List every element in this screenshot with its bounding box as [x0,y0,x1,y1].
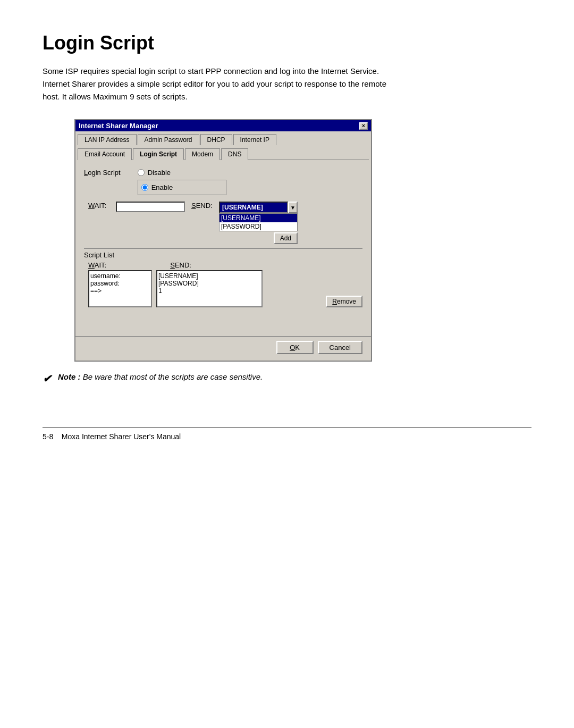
send-select-row: [USERNAME] ▼ [219,202,298,213]
footer-manual-title: Moxa Internet Sharer User's Manual [62,432,181,441]
wait-input[interactable] [116,202,185,212]
tab-admin-password[interactable]: Admin Password [138,134,199,145]
script-wait-box[interactable]: username:password:==> [88,270,152,307]
ok-button[interactable]: OK [276,341,314,354]
tab-modem[interactable]: Modem [185,148,220,160]
tab-login-script[interactable]: Login Script [133,148,184,160]
enable-radio[interactable] [141,184,148,191]
enable-label: Enable [151,183,173,191]
close-button[interactable]: × [359,122,368,130]
disable-label: Disable [148,169,171,177]
script-wait-col-label: WAIT: [88,261,106,269]
disable-radio[interactable] [138,169,145,176]
tabs-row-1: LAN IP Address Admin Password DHCP Inter… [75,131,371,145]
login-script-section: Login Script Disable Enable [84,169,362,195]
dialog-window: Internet Sharer Manager × LAN IP Address… [74,119,372,362]
dialog-content: Login Script Disable Enable [75,160,371,332]
tabs-row-2: Email Account Login Script Modem DNS [75,146,371,160]
script-cols-header: WAIT: SEND: [88,261,362,269]
note-bold-label: Note : [58,372,83,381]
note-section: ✔ Note : Be ware that most of the script… [43,372,531,385]
send-dropdown-list: [USERNAME] [PASSWORD] [219,213,298,231]
spacer [84,307,362,323]
script-list-section: Script List WAIT: SEND: username:passwor… [84,248,362,307]
script-list-header: Script List [84,251,362,259]
send-selected-value[interactable]: [USERNAME] [219,202,288,213]
remove-button[interactable]: Remove [326,296,362,307]
dialog-titlebar: Internet Sharer Manager × [75,120,371,131]
wait-label: WAIT: [88,202,109,210]
tab-dns[interactable]: DNS [221,148,248,160]
remove-label-rest: emove [337,298,356,305]
footer-page-number: 5-8 [43,432,53,441]
login-script-label: Login Script [84,169,121,177]
script-send-col-label: SEND: [170,261,191,269]
tab-lan-ip[interactable]: LAN IP Address [78,134,137,145]
send-option-username[interactable]: [USERNAME] [220,214,297,222]
script-list-content: username:password:==> [USERNAME][PASSWOR… [88,270,362,307]
dropdown-arrow-icon[interactable]: ▼ [288,202,298,213]
dialog-footer: OK Cancel [75,336,371,361]
note-content: Be ware that most of the scripts are cas… [83,372,263,381]
enable-group: Enable [138,180,226,195]
dialog-title: Internet Sharer Manager [79,122,158,130]
enable-radio-row: Enable [141,183,173,191]
script-send-box[interactable]: [USERNAME][PASSWORD]1 [156,270,263,307]
page-description: Some ISP requires special login script t… [43,65,404,103]
tab-email-account[interactable]: Email Account [78,148,132,160]
radio-group: Disable Enable [138,169,226,195]
wait-label-text: AIT: [95,202,106,210]
wait-send-row: WAIT: SEND: [USERNAME] ▼ [USERNAME] [PAS… [88,202,362,244]
send-option-password[interactable]: [PASSWORD] [220,222,297,231]
tab-dhcp[interactable]: DHCP [200,134,232,145]
checkmark-icon: ✔ [43,372,52,385]
disable-radio-row: Disable [138,169,226,177]
send-label: SEND: [191,202,213,210]
page-footer: 5-8 Moxa Internet Sharer User's Manual [43,428,531,441]
send-dropdown-container: [USERNAME] ▼ [USERNAME] [PASSWORD] Add [219,202,298,244]
add-button[interactable]: Add [274,232,298,244]
note-text: Note : Be ware that most of the scripts … [58,372,263,381]
tab-internet-ip[interactable]: Internet IP [233,134,276,145]
add-button-row: Add [219,232,298,244]
cancel-button[interactable]: Cancel [318,341,362,354]
page-title: Login Script [43,32,531,54]
remove-button-container: Remove [267,270,362,307]
